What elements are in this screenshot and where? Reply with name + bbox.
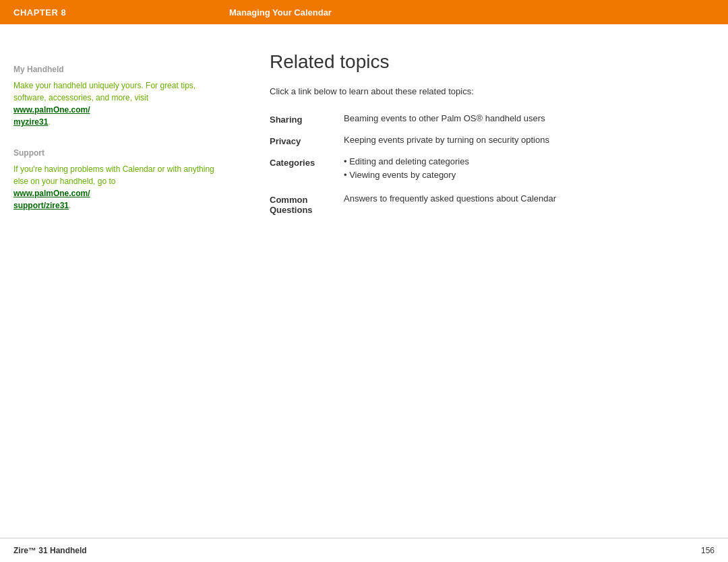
sidebar-support-title: Support	[13, 148, 216, 158]
sidebar-handheld-link[interactable]: www.palmOne.com/myzire31	[13, 105, 90, 127]
footer: Zire™ 31 Handheld 156	[0, 538, 728, 562]
header-page-title: Managing Your Calendar	[229, 7, 332, 18]
main-content: Related topics Click a link below to lea…	[229, 44, 715, 524]
topics-table: Sharing Beaming events to other Palm OS®…	[270, 113, 715, 225]
sidebar-handheld-title: My Handheld	[13, 65, 216, 74]
header-bar: CHAPTER 8 Managing Your Calendar	[0, 0, 728, 24]
topic-row-categories: Categories • Editing and deleting catego…	[270, 156, 715, 193]
topic-desc-categories: • Editing and deleting categories • View…	[344, 156, 715, 193]
bullet-viewing: • Viewing events by category	[344, 170, 715, 180]
bullet-editing: • Editing and deleting categories	[344, 156, 715, 166]
header-chapter: CHAPTER 8	[13, 7, 229, 18]
sidebar-section-handheld: My Handheld Make your handheld uniquely …	[13, 65, 216, 128]
content-wrapper: My Handheld Make your handheld uniquely …	[0, 24, 728, 538]
intro-text: Click a link below to learn about these …	[270, 86, 715, 96]
sidebar-section-support: Support If you're having problems with C…	[13, 148, 216, 212]
sidebar-support-text: If you're having problems with Calendar …	[13, 163, 216, 212]
sidebar-handheld-text: Make your handheld uniquely yours. For g…	[13, 80, 216, 128]
footer-page-number: 156	[701, 546, 715, 555]
topic-desc-sharing: Beaming events to other Palm OS® handhel…	[344, 113, 715, 135]
topic-row-common: CommonQuestions Answers to frequently as…	[270, 193, 715, 225]
page-heading: Related topics	[270, 51, 715, 73]
footer-brand: Zire™ 31 Handheld	[13, 546, 87, 555]
topic-row-sharing: Sharing Beaming events to other Palm OS®…	[270, 113, 715, 135]
sidebar: My Handheld Make your handheld uniquely …	[13, 44, 229, 524]
topic-row-privacy: Privacy Keeping events private by turnin…	[270, 135, 715, 156]
topic-desc-common: Answers to frequently asked questions ab…	[344, 193, 715, 225]
topic-label-categories[interactable]: Categories	[270, 156, 344, 193]
topic-label-common[interactable]: CommonQuestions	[270, 193, 344, 225]
topic-label-sharing[interactable]: Sharing	[270, 113, 344, 135]
topic-desc-privacy: Keeping events private by turning on sec…	[344, 135, 715, 156]
sidebar-support-link[interactable]: www.palmOne.com/support/zire31	[13, 189, 90, 210]
topic-label-privacy[interactable]: Privacy	[270, 135, 344, 156]
